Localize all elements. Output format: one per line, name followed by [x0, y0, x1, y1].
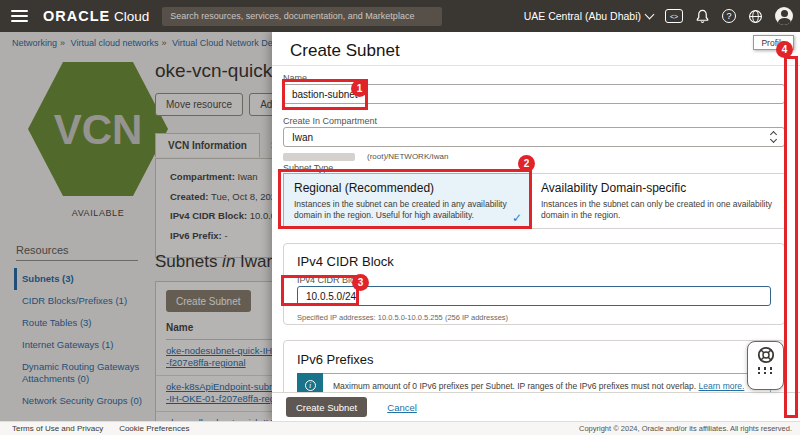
compartment-select-value: Iwan [292, 132, 313, 143]
panel-action-bar: Create Subnet Cancel [272, 392, 800, 421]
support-floating-widget[interactable] [747, 341, 784, 390]
compartment-path: (root)/NETWORK/Iwan [367, 152, 448, 161]
compartment-field-label: Create In Compartment [283, 116, 377, 126]
terms-link[interactable]: Terms of Use and Privacy [12, 424, 103, 433]
panel-title: Create Subnet [290, 41, 400, 61]
global-search-input[interactable] [162, 7, 442, 26]
ipv4-group-heading: IPv4 CIDR Block [297, 254, 394, 269]
subnet-type-ad-card[interactable]: Availability Domain-specific Instances i… [530, 173, 785, 229]
ipv4-helper-text: Specified IP addresses: 10.0.5.0-10.0.5.… [297, 313, 508, 322]
annotation-box-step4 [784, 56, 798, 418]
lifebuoy-help-icon [757, 346, 775, 364]
cookie-preferences-link[interactable]: Cookie Preferences [119, 424, 189, 433]
help-icon[interactable]: ? [722, 9, 736, 23]
topbar-right-group: UAE Central (Abu Dhabi) <> ? [524, 7, 800, 25]
annotation-step-1: 1 [351, 80, 368, 97]
global-footer: Terms of Use and Privacy Cookie Preferen… [0, 421, 800, 435]
ipv6-info-text: Maximum amount of 0 IPv6 prefixes per Su… [323, 381, 744, 391]
annotation-box-step3 [281, 275, 359, 306]
ad-card-desc: Instances in the subnet can only be crea… [541, 199, 774, 220]
panel-header-divider [272, 65, 800, 66]
cloud-shell-icon[interactable]: <> [665, 9, 683, 23]
create-subnet-submit-button[interactable]: Create Subnet [286, 397, 367, 417]
annotation-step-4: 4 [776, 41, 793, 58]
drag-handle-dots-icon[interactable] [758, 367, 774, 374]
notifications-bell-icon[interactable] [695, 9, 710, 24]
redacted-tenancy-text [283, 153, 355, 161]
cancel-link[interactable]: Cancel [387, 402, 417, 413]
select-updown-chevron-icon [771, 132, 776, 142]
region-selector[interactable]: UAE Central (Abu Dhabi) [524, 10, 653, 22]
language-globe-icon[interactable] [748, 9, 763, 24]
hamburger-menu-icon[interactable] [11, 10, 28, 22]
oracle-cloud-console: ORACLE Cloud UAE Central (Abu Dhabi) <> … [0, 0, 800, 435]
annotation-box-step2 [278, 169, 532, 229]
profile-avatar[interactable] [775, 7, 793, 25]
annotation-step-3: 3 [352, 274, 369, 291]
ipv6-group-heading: IPv6 Prefixes [297, 352, 374, 367]
top-navigation-bar: ORACLE Cloud UAE Central (Abu Dhabi) <> … [0, 0, 800, 32]
learn-more-link[interactable]: Learn more. [699, 381, 745, 391]
oracle-cloud-logo[interactable]: ORACLE Cloud [43, 8, 149, 24]
compartment-select[interactable]: Iwan [283, 127, 785, 147]
copyright-text: Copyright © 2024, Oracle and/or its affi… [579, 424, 792, 433]
chevron-down-icon [645, 10, 655, 20]
annotation-step-2: 2 [518, 155, 535, 172]
ipv4-cidr-input[interactable] [297, 286, 771, 306]
region-label: UAE Central (Abu Dhabi) [524, 10, 641, 22]
ad-card-title: Availability Domain-specific [541, 181, 774, 195]
